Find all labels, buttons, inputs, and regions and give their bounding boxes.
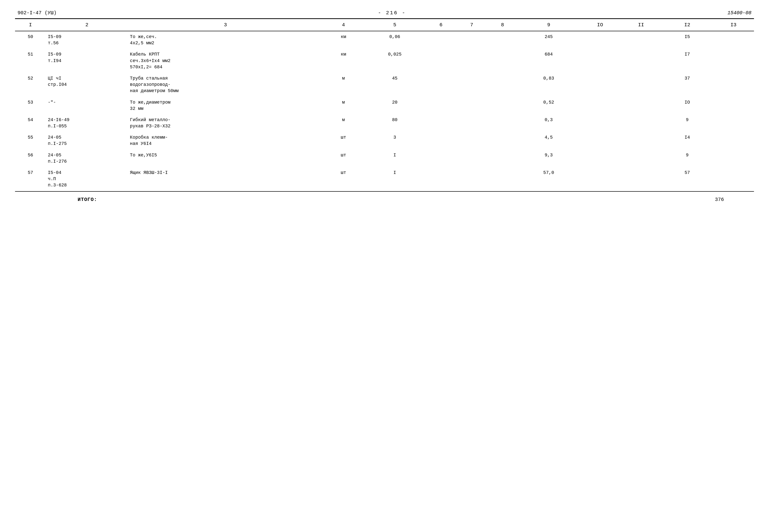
cell-col7 (456, 132, 487, 149)
cell-col8 (487, 167, 518, 191)
cell-col8 (487, 73, 518, 97)
cell-col5: 0,06 (364, 31, 426, 49)
col-header-5: 5 (364, 19, 426, 31)
cell-col5: 0,025 (364, 49, 426, 73)
totals-section: ИТОГО: 376 (15, 197, 754, 202)
cell-col10 (580, 31, 621, 49)
cell-col8 (487, 49, 518, 73)
cell-col7 (456, 49, 487, 73)
cell-col8 (487, 150, 518, 167)
col-header-4: 4 (323, 19, 364, 31)
cell-col6 (426, 31, 456, 49)
cell-col1: 55 (15, 132, 46, 149)
cell-col13 (713, 97, 754, 114)
cell-col10 (580, 132, 621, 149)
doc-number: 902-I-47 (УШ) (18, 10, 57, 16)
cell-col4: км (323, 49, 364, 73)
cell-col12: I4 (662, 132, 713, 149)
column-headers: I 2 3 4 5 6 7 8 9 IO II I2 I3 (15, 19, 754, 31)
cell-col7 (456, 150, 487, 167)
cell-col1: 50 (15, 31, 46, 49)
cell-col13 (713, 31, 754, 49)
cell-col9: 0,52 (518, 97, 580, 114)
cell-col9: 245 (518, 31, 580, 49)
cell-col3: То же,сеч.4х2,5 мм2 (128, 31, 323, 49)
cell-col5: 45 (364, 73, 426, 97)
cell-col7 (456, 167, 487, 191)
cell-col2: 24-I6-49п.I-055 (46, 114, 128, 132)
cell-col8 (487, 132, 518, 149)
totals-value: 376 (715, 197, 724, 202)
page-header: 902-I-47 (УШ) - 216 - 15400-08 (15, 10, 754, 16)
cell-col11 (621, 97, 662, 114)
table-row: 50I5-09т.56То же,сеч.4х2,5 мм2км0,06245I… (15, 31, 754, 49)
table-row: 5424-I6-49п.I-055Гибкий металло-рукав РЗ… (15, 114, 754, 132)
cell-col11 (621, 73, 662, 97)
cell-col3: То же,диаметром32 мм (128, 97, 323, 114)
cell-col13 (713, 73, 754, 97)
cell-col7 (456, 73, 487, 97)
table-row: 52ЦI чIстр.I04Труба стальнаяводогазопров… (15, 73, 754, 97)
cell-col13 (713, 114, 754, 132)
cell-col11 (621, 167, 662, 191)
cell-col7 (456, 97, 487, 114)
table-row: 57I5-04ч.Пп.3-628Ящик ЯВЗШ-3I-IштI57,057 (15, 167, 754, 191)
cell-col10 (580, 167, 621, 191)
cell-col8 (487, 97, 518, 114)
cell-col9: 684 (518, 49, 580, 73)
cell-col2: I5-09т.56 (46, 31, 128, 49)
page-number: - 216 - (378, 10, 406, 16)
col-header-11: II (621, 19, 662, 31)
cell-col13 (713, 132, 754, 149)
cell-col4: шт (323, 132, 364, 149)
cell-col4: м (323, 97, 364, 114)
cell-col5: 3 (364, 132, 426, 149)
cell-col1: 53 (15, 97, 46, 114)
cell-col4: м (323, 114, 364, 132)
cell-col6 (426, 167, 456, 191)
cell-col9: 0,3 (518, 114, 580, 132)
cell-col13 (713, 167, 754, 191)
cell-col10 (580, 97, 621, 114)
cell-col7 (456, 114, 487, 132)
cell-col6 (426, 132, 456, 149)
cell-col6 (426, 150, 456, 167)
col-header-9: 9 (518, 19, 580, 31)
cell-col3: Труба стальнаяводогазопровод-ная диаметр… (128, 73, 323, 97)
cell-col5: 20 (364, 97, 426, 114)
cell-col13 (713, 49, 754, 73)
cell-col4: км (323, 31, 364, 49)
cell-col11 (621, 114, 662, 132)
cell-col10 (580, 114, 621, 132)
cell-col12: 9 (662, 150, 713, 167)
cell-col6 (426, 97, 456, 114)
cell-col6 (426, 114, 456, 132)
col-header-6: 6 (426, 19, 456, 31)
cell-col12: I7 (662, 49, 713, 73)
cell-col5: I (364, 167, 426, 191)
totals-label: ИТОГО: (78, 197, 97, 202)
cell-col11 (621, 49, 662, 73)
cell-col11 (621, 132, 662, 149)
cell-col12: I5 (662, 31, 713, 49)
col-header-3: 3 (128, 19, 323, 31)
col-header-10: IO (580, 19, 621, 31)
cell-col7 (456, 31, 487, 49)
cell-col2: 24-05п.I-276 (46, 150, 128, 167)
cell-col3: Гибкий металло-рукав РЗ-28-Х32 (128, 114, 323, 132)
cell-col2: 24-05п.I-275 (46, 132, 128, 149)
cell-col12: 37 (662, 73, 713, 97)
cell-col12: IO (662, 97, 713, 114)
cell-col5: 80 (364, 114, 426, 132)
cell-col10 (580, 49, 621, 73)
cell-col3: Кабель КРПТсеч.3х6+Iх4 мм2570хI,2= 684 (128, 49, 323, 73)
cell-col9: 4,5 (518, 132, 580, 149)
cell-col3: Ящик ЯВЗШ-3I-I (128, 167, 323, 191)
col-header-8: 8 (487, 19, 518, 31)
cell-col12: 57 (662, 167, 713, 191)
cell-col10 (580, 150, 621, 167)
cell-col13 (713, 150, 754, 167)
col-header-7: 7 (456, 19, 487, 31)
cell-col4: шт (323, 167, 364, 191)
cell-col8 (487, 114, 518, 132)
